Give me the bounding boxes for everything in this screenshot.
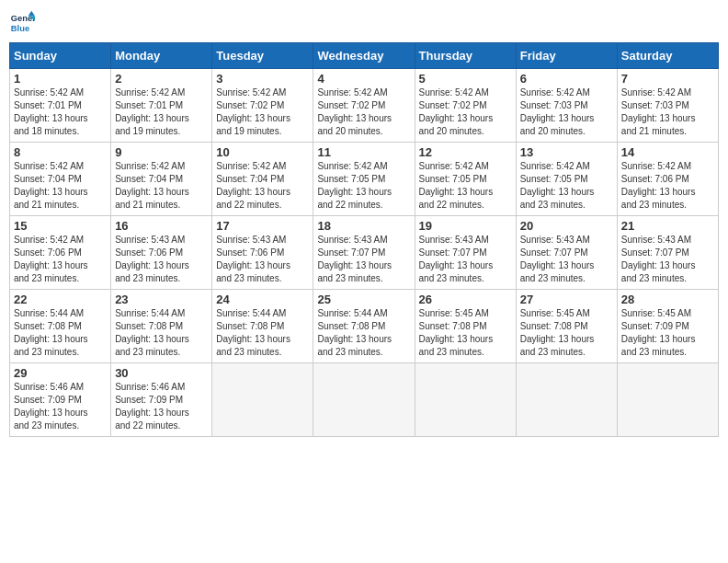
day-info: Sunrise: 5:42 AM Sunset: 7:02 PM Dayligh…	[419, 86, 512, 138]
day-info: Sunrise: 5:46 AM Sunset: 7:09 PM Dayligh…	[115, 381, 208, 432]
day-info: Sunrise: 5:43 AM Sunset: 7:07 PM Dayligh…	[520, 234, 613, 285]
day-info: Sunrise: 5:42 AM Sunset: 7:01 PM Dayligh…	[14, 86, 107, 138]
day-number: 7	[621, 72, 714, 86]
day-cell: 9Sunrise: 5:42 AM Sunset: 7:04 PM Daylig…	[111, 143, 212, 216]
day-number: 9	[115, 145, 208, 159]
day-info: Sunrise: 5:42 AM Sunset: 7:06 PM Dayligh…	[621, 160, 714, 212]
day-cell: 22Sunrise: 5:44 AM Sunset: 7:08 PM Dayli…	[10, 290, 111, 363]
logo-icon: General Blue	[9, 9, 35, 35]
column-header-sunday: Sunday	[10, 43, 111, 69]
day-cell: 28Sunrise: 5:45 AM Sunset: 7:09 PM Dayli…	[617, 290, 718, 363]
day-cell: 6Sunrise: 5:42 AM Sunset: 7:03 PM Daylig…	[516, 69, 617, 143]
day-cell	[313, 363, 415, 437]
day-cell	[617, 363, 718, 437]
day-info: Sunrise: 5:42 AM Sunset: 7:06 PM Dayligh…	[14, 234, 107, 285]
day-info: Sunrise: 5:42 AM Sunset: 7:02 PM Dayligh…	[317, 86, 410, 138]
day-info: Sunrise: 5:42 AM Sunset: 7:01 PM Dayligh…	[115, 86, 208, 138]
day-cell: 11Sunrise: 5:42 AM Sunset: 7:05 PM Dayli…	[313, 143, 415, 216]
day-info: Sunrise: 5:42 AM Sunset: 7:03 PM Dayligh…	[520, 86, 613, 138]
day-info: Sunrise: 5:43 AM Sunset: 7:07 PM Dayligh…	[419, 234, 512, 285]
day-number: 13	[520, 145, 613, 159]
day-number: 10	[216, 145, 309, 159]
day-cell: 15Sunrise: 5:42 AM Sunset: 7:06 PM Dayli…	[10, 216, 111, 290]
day-cell: 30Sunrise: 5:46 AM Sunset: 7:09 PM Dayli…	[111, 363, 212, 437]
day-number: 29	[14, 366, 107, 380]
week-row-4: 22Sunrise: 5:44 AM Sunset: 7:08 PM Dayli…	[10, 290, 719, 363]
day-info: Sunrise: 5:42 AM Sunset: 7:02 PM Dayligh…	[216, 86, 309, 138]
day-cell: 26Sunrise: 5:45 AM Sunset: 7:08 PM Dayli…	[415, 290, 516, 363]
svg-text:Blue: Blue	[11, 24, 29, 33]
day-number: 28	[621, 293, 714, 306]
day-cell: 12Sunrise: 5:42 AM Sunset: 7:05 PM Dayli…	[415, 143, 516, 216]
day-number: 21	[621, 219, 714, 233]
day-cell: 10Sunrise: 5:42 AM Sunset: 7:04 PM Dayli…	[212, 143, 313, 216]
day-cell: 8Sunrise: 5:42 AM Sunset: 7:04 PM Daylig…	[10, 143, 111, 216]
day-info: Sunrise: 5:44 AM Sunset: 7:08 PM Dayligh…	[115, 307, 208, 359]
day-number: 15	[14, 219, 107, 233]
day-cell: 27Sunrise: 5:45 AM Sunset: 7:08 PM Dayli…	[516, 290, 617, 363]
day-number: 2	[115, 72, 208, 86]
day-cell: 25Sunrise: 5:44 AM Sunset: 7:08 PM Dayli…	[313, 290, 415, 363]
day-cell: 19Sunrise: 5:43 AM Sunset: 7:07 PM Dayli…	[415, 216, 516, 290]
day-cell: 7Sunrise: 5:42 AM Sunset: 7:03 PM Daylig…	[617, 69, 718, 143]
day-info: Sunrise: 5:42 AM Sunset: 7:05 PM Dayligh…	[520, 160, 613, 212]
day-info: Sunrise: 5:44 AM Sunset: 7:08 PM Dayligh…	[317, 307, 410, 359]
day-cell: 24Sunrise: 5:44 AM Sunset: 7:08 PM Dayli…	[212, 290, 313, 363]
day-info: Sunrise: 5:42 AM Sunset: 7:05 PM Dayligh…	[317, 160, 410, 212]
day-cell	[516, 363, 617, 437]
day-cell: 20Sunrise: 5:43 AM Sunset: 7:07 PM Dayli…	[516, 216, 617, 290]
day-info: Sunrise: 5:45 AM Sunset: 7:08 PM Dayligh…	[520, 307, 613, 359]
day-number: 17	[216, 219, 309, 233]
day-cell: 21Sunrise: 5:43 AM Sunset: 7:07 PM Dayli…	[617, 216, 718, 290]
column-header-saturday: Saturday	[617, 43, 718, 69]
day-number: 3	[216, 72, 309, 86]
day-number: 19	[419, 219, 512, 233]
day-number: 25	[317, 293, 410, 306]
day-number: 14	[621, 145, 714, 159]
day-number: 30	[115, 366, 208, 380]
day-info: Sunrise: 5:43 AM Sunset: 7:06 PM Dayligh…	[216, 234, 309, 285]
day-info: Sunrise: 5:45 AM Sunset: 7:09 PM Dayligh…	[621, 307, 714, 359]
logo: General Blue	[9, 9, 37, 35]
day-number: 1	[14, 72, 107, 86]
day-info: Sunrise: 5:45 AM Sunset: 7:08 PM Dayligh…	[419, 307, 512, 359]
day-cell: 3Sunrise: 5:42 AM Sunset: 7:02 PM Daylig…	[212, 69, 313, 143]
day-cell: 18Sunrise: 5:43 AM Sunset: 7:07 PM Dayli…	[313, 216, 415, 290]
day-info: Sunrise: 5:43 AM Sunset: 7:07 PM Dayligh…	[317, 234, 410, 285]
week-row-3: 15Sunrise: 5:42 AM Sunset: 7:06 PM Dayli…	[10, 216, 719, 290]
day-cell: 16Sunrise: 5:43 AM Sunset: 7:06 PM Dayli…	[111, 216, 212, 290]
day-info: Sunrise: 5:42 AM Sunset: 7:04 PM Dayligh…	[216, 160, 309, 212]
day-number: 23	[115, 293, 208, 306]
day-info: Sunrise: 5:44 AM Sunset: 7:08 PM Dayligh…	[14, 307, 107, 359]
day-info: Sunrise: 5:42 AM Sunset: 7:03 PM Dayligh…	[621, 86, 714, 138]
day-info: Sunrise: 5:43 AM Sunset: 7:06 PM Dayligh…	[115, 234, 208, 285]
day-number: 5	[419, 72, 512, 86]
day-cell	[415, 363, 516, 437]
day-cell: 23Sunrise: 5:44 AM Sunset: 7:08 PM Dayli…	[111, 290, 212, 363]
day-number: 27	[520, 293, 613, 306]
day-number: 12	[419, 145, 512, 159]
day-info: Sunrise: 5:42 AM Sunset: 7:04 PM Dayligh…	[115, 160, 208, 212]
day-info: Sunrise: 5:46 AM Sunset: 7:09 PM Dayligh…	[14, 381, 107, 432]
day-cell: 2Sunrise: 5:42 AM Sunset: 7:01 PM Daylig…	[111, 69, 212, 143]
day-number: 24	[216, 293, 309, 306]
day-cell: 5Sunrise: 5:42 AM Sunset: 7:02 PM Daylig…	[415, 69, 516, 143]
day-cell: 13Sunrise: 5:42 AM Sunset: 7:05 PM Dayli…	[516, 143, 617, 216]
day-cell: 17Sunrise: 5:43 AM Sunset: 7:06 PM Dayli…	[212, 216, 313, 290]
calendar-header-row: SundayMondayTuesdayWednesdayThursdayFrid…	[10, 43, 719, 69]
day-number: 18	[317, 219, 410, 233]
day-cell: 4Sunrise: 5:42 AM Sunset: 7:02 PM Daylig…	[313, 69, 415, 143]
day-cell	[212, 363, 313, 437]
column-header-thursday: Thursday	[415, 43, 516, 69]
day-number: 26	[419, 293, 512, 306]
day-info: Sunrise: 5:44 AM Sunset: 7:08 PM Dayligh…	[216, 307, 309, 359]
column-header-friday: Friday	[516, 43, 617, 69]
day-info: Sunrise: 5:42 AM Sunset: 7:05 PM Dayligh…	[419, 160, 512, 212]
day-cell: 14Sunrise: 5:42 AM Sunset: 7:06 PM Dayli…	[617, 143, 718, 216]
week-row-1: 1Sunrise: 5:42 AM Sunset: 7:01 PM Daylig…	[10, 69, 719, 143]
page-header: General Blue	[9, 9, 719, 35]
week-row-2: 8Sunrise: 5:42 AM Sunset: 7:04 PM Daylig…	[10, 143, 719, 216]
day-cell: 29Sunrise: 5:46 AM Sunset: 7:09 PM Dayli…	[10, 363, 111, 437]
week-row-5: 29Sunrise: 5:46 AM Sunset: 7:09 PM Dayli…	[10, 363, 719, 437]
day-number: 22	[14, 293, 107, 306]
